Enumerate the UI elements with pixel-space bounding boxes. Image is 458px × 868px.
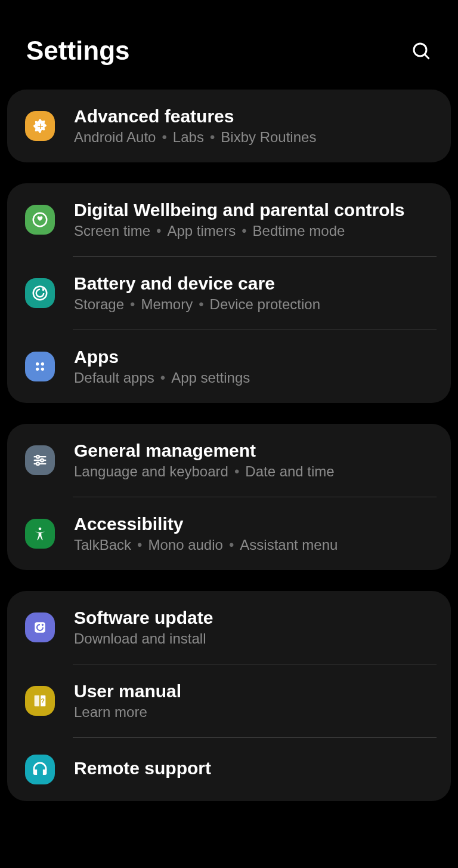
item-title: General management — [74, 441, 437, 461]
svg-line-1 — [425, 54, 429, 59]
page-title: Settings — [26, 36, 130, 66]
item-text: General managementLanguage and keyboard•… — [74, 441, 437, 480]
item-text: Advanced featuresAndroid Auto•Labs•Bixby… — [74, 106, 437, 146]
accessibility-icon — [25, 519, 55, 549]
settings-item-remote-support[interactable]: Remote support — [7, 738, 451, 801]
settings-list: Advanced featuresAndroid Auto•Labs•Bixby… — [0, 90, 458, 801]
item-text: Battery and device careStorage•Memory•De… — [74, 273, 437, 313]
item-text: Remote support — [74, 758, 437, 781]
software-update-icon — [25, 612, 55, 642]
item-subtitle: Learn more — [74, 704, 437, 721]
wellbeing-icon — [25, 205, 55, 235]
item-subtitle: Language and keyboard•Date and time — [74, 463, 437, 480]
item-text: Software updateDownload and install — [74, 608, 437, 647]
header: Settings — [0, 0, 458, 90]
settings-section: General managementLanguage and keyboard•… — [7, 424, 451, 570]
settings-section: Digital Wellbeing and parental controlsS… — [7, 183, 451, 403]
svg-point-11 — [41, 459, 44, 462]
search-button[interactable] — [410, 40, 432, 61]
item-subtitle: Download and install — [74, 630, 437, 647]
user-manual-icon: ? — [25, 686, 55, 716]
item-title: Apps — [74, 347, 437, 367]
remote-support-icon — [25, 755, 55, 784]
item-text: User manualLearn more — [74, 681, 437, 721]
battery-care-icon — [25, 278, 55, 308]
item-title: Battery and device care — [74, 273, 437, 294]
item-text: AppsDefault apps•App settings — [74, 347, 437, 386]
apps-icon — [25, 352, 55, 381]
item-title: User manual — [74, 681, 437, 701]
settings-item-accessibility[interactable]: AccessibilityTalkBack•Mono audio•Assista… — [7, 497, 451, 570]
svg-point-13 — [36, 463, 39, 466]
item-subtitle: Default apps•App settings — [74, 370, 437, 386]
svg-point-4 — [36, 362, 39, 365]
advanced-features-icon — [25, 111, 55, 141]
search-icon — [410, 40, 432, 61]
item-title: Software update — [74, 608, 437, 628]
svg-point-7 — [41, 368, 44, 371]
item-title: Advanced features — [74, 106, 437, 127]
svg-point-14 — [39, 528, 42, 531]
general-icon — [25, 445, 55, 475]
settings-item-apps[interactable]: AppsDefault apps•App settings — [7, 330, 451, 403]
settings-item-battery-and-device-care[interactable]: Battery and device careStorage•Memory•De… — [7, 257, 451, 330]
settings-item-digital-wellbeing-and-parental-controls[interactable]: Digital Wellbeing and parental controlsS… — [7, 183, 451, 256]
svg-point-0 — [414, 44, 426, 56]
item-subtitle: TalkBack•Mono audio•Assistant menu — [74, 537, 437, 553]
settings-item-advanced-features[interactable]: Advanced featuresAndroid Auto•Labs•Bixby… — [7, 90, 451, 162]
svg-point-5 — [41, 362, 44, 365]
settings-section: Software updateDownload and install?User… — [7, 591, 451, 801]
item-title: Remote support — [74, 758, 437, 778]
settings-item-user-manual[interactable]: ?User manualLearn more — [7, 664, 451, 737]
item-text: Digital Wellbeing and parental controlsS… — [74, 200, 437, 239]
item-text: AccessibilityTalkBack•Mono audio•Assista… — [74, 514, 437, 553]
svg-point-3 — [33, 287, 47, 300]
item-subtitle: Android Auto•Labs•Bixby Routines — [74, 129, 437, 146]
svg-point-9 — [36, 455, 39, 458]
item-subtitle: Screen time•App timers•Bedtime mode — [74, 223, 437, 239]
item-title: Digital Wellbeing and parental controls — [74, 200, 437, 220]
item-subtitle: Storage•Memory•Device protection — [74, 296, 437, 313]
item-title: Accessibility — [74, 514, 437, 534]
svg-point-6 — [36, 368, 39, 371]
svg-text:?: ? — [41, 697, 44, 704]
settings-section: Advanced featuresAndroid Auto•Labs•Bixby… — [7, 90, 451, 162]
settings-item-software-update[interactable]: Software updateDownload and install — [7, 591, 451, 664]
settings-item-general-management[interactable]: General managementLanguage and keyboard•… — [7, 424, 451, 497]
